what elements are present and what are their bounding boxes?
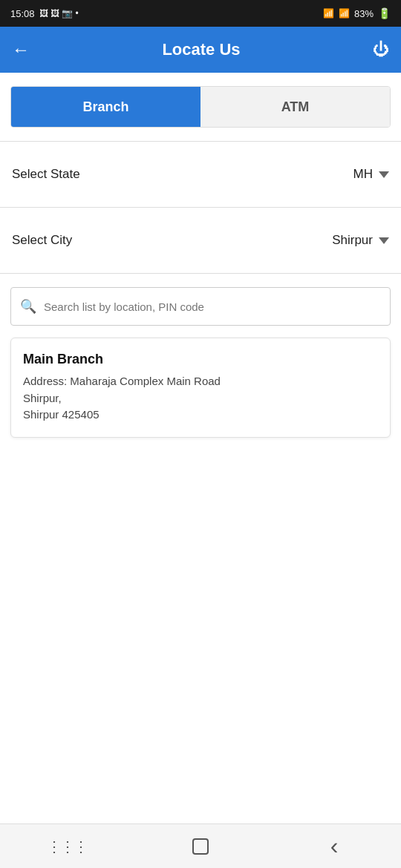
state-value[interactable]: MH	[353, 167, 389, 182]
app-header: ← Locate Us ⏻	[0, 27, 401, 73]
page-title: Locate Us	[162, 40, 240, 59]
back-icon	[330, 834, 339, 858]
divider-2	[0, 207, 401, 208]
signal-icon: 📶	[339, 8, 350, 19]
power-button[interactable]: ⏻	[373, 40, 389, 59]
notification-icons: 🖼 🖼 📷 •	[39, 8, 79, 19]
main-content: Branch ATM Select State MH Select City S…	[0, 73, 401, 823]
bottom-nav	[0, 823, 401, 868]
nav-back-button[interactable]	[312, 830, 356, 863]
search-input[interactable]	[44, 300, 381, 313]
tab-branch[interactable]: Branch	[11, 87, 200, 127]
home-icon	[192, 838, 209, 855]
tab-toggle: Branch ATM	[10, 86, 391, 128]
tab-atm[interactable]: ATM	[200, 87, 390, 127]
branch-address-line3: Shirpur 425405	[23, 408, 100, 421]
divider-3	[0, 273, 401, 274]
divider-1	[0, 141, 401, 142]
city-selector-row[interactable]: Select City Shirpur	[0, 221, 401, 260]
wifi-icon: 📶	[323, 8, 334, 19]
search-icon: 🔍	[20, 298, 36, 315]
branch-card[interactable]: Main Branch Address: Maharaja Complex Ma…	[10, 338, 391, 438]
search-box[interactable]: 🔍	[10, 287, 391, 326]
city-label: Select City	[12, 233, 72, 248]
city-value[interactable]: Shirpur	[332, 233, 389, 248]
state-label: Select State	[12, 167, 80, 182]
city-chevron-icon	[379, 237, 389, 244]
status-right-icons: 📶 📶 83% 🔋	[323, 7, 391, 19]
state-selected: MH	[353, 167, 373, 182]
nav-home-button[interactable]	[178, 830, 223, 863]
battery-text: 83%	[354, 8, 374, 19]
battery-icon: 🔋	[378, 7, 391, 19]
nav-menu-button[interactable]	[45, 830, 89, 863]
branch-address: Address: Maharaja Complex Main Road Shir…	[23, 373, 378, 424]
menu-icon	[47, 837, 87, 856]
branch-address-line1: Address: Maharaja Complex Main Road	[23, 375, 221, 387]
branch-address-line2: Shirpur,	[23, 392, 62, 404]
state-selector-row[interactable]: Select State MH	[0, 155, 401, 194]
status-time: 15:08 🖼 🖼 📷 •	[10, 8, 79, 19]
city-selected: Shirpur	[332, 233, 373, 248]
back-button[interactable]: ←	[12, 39, 30, 60]
state-chevron-icon	[379, 171, 389, 178]
branch-name: Main Branch	[23, 352, 378, 367]
time-display: 15:08	[10, 8, 35, 19]
status-bar: 15:08 🖼 🖼 📷 • 📶 📶 83% 🔋	[0, 0, 401, 27]
